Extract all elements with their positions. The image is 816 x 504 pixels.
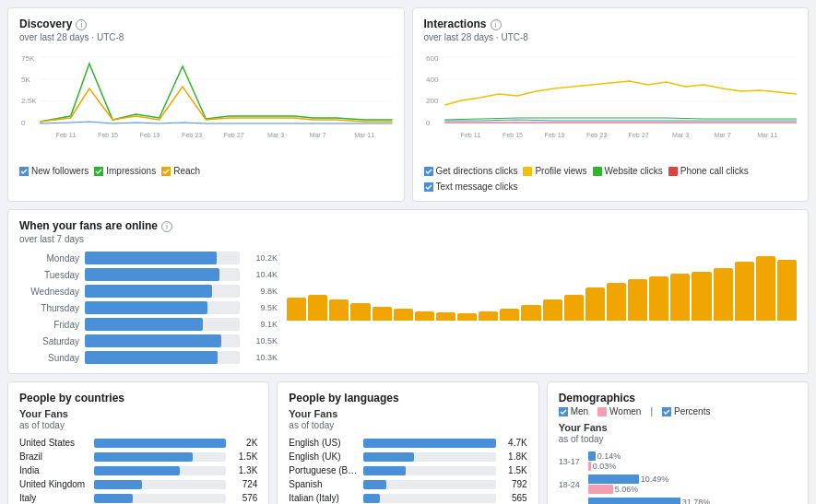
country-bar-row: India 1.3K xyxy=(19,465,257,475)
country-bar-wrap xyxy=(94,439,226,448)
day-bar-container xyxy=(85,252,240,264)
demo-men-bar xyxy=(588,451,596,461)
svg-text:0: 0 xyxy=(21,119,26,127)
day-row: Sunday 10.3K xyxy=(19,351,278,364)
svg-text:Feb 15: Feb 15 xyxy=(98,132,118,138)
men-checkbox[interactable] xyxy=(559,407,568,416)
reach-label: Reach xyxy=(173,166,200,176)
language-value: 1.8K xyxy=(502,451,527,462)
countries-bars: United States 2K Brazil 1.5K India 1.3K … xyxy=(19,438,257,503)
day-value: 9.8K xyxy=(245,287,278,296)
hour-bar xyxy=(714,268,733,321)
demo-men-pct: 0.14% xyxy=(597,451,621,461)
demo-women-bar xyxy=(588,462,591,471)
website-clicks-dot xyxy=(593,167,602,176)
svg-text:Feb 11: Feb 11 xyxy=(56,132,77,138)
hour-bar xyxy=(415,311,434,321)
interactions-title: Interactions xyxy=(424,18,487,30)
hour-bar xyxy=(628,279,647,321)
day-value: 10.4K xyxy=(245,270,278,279)
demo-men-legend: Men xyxy=(559,406,588,416)
country-bar-fill xyxy=(94,466,180,475)
languages-bars: English (US) 4.7K English (UK) 1.8K Port… xyxy=(289,438,526,503)
country-bar-row: United Kingdom 724 xyxy=(19,479,257,489)
language-value: 1.5K xyxy=(502,465,527,475)
fans-online-content: Monday 10.2K Tuesday 10.4K Wednesday 9.8… xyxy=(19,252,797,364)
svg-text:Feb 27: Feb 27 xyxy=(628,132,648,138)
svg-text:Feb 19: Feb 19 xyxy=(544,132,564,138)
country-bar-wrap xyxy=(94,466,226,475)
text-message-checkbox[interactable] xyxy=(424,182,433,192)
countries-section: Your Fans xyxy=(19,408,257,419)
countries-card: People by countries Your Fans as of toda… xyxy=(7,381,269,504)
language-bar-row: Italian (Italy) 565 xyxy=(289,493,526,503)
day-bar-container xyxy=(85,301,240,314)
countries-title: People by countries xyxy=(19,392,257,404)
fans-online-subtitle: over last 7 days xyxy=(19,234,797,244)
day-bar-container xyxy=(85,334,240,347)
language-name: Spanish xyxy=(289,479,358,489)
women-dot xyxy=(597,407,607,416)
legend-new-followers: New followers xyxy=(19,166,89,176)
day-bar-container xyxy=(85,318,240,331)
language-bar-fill xyxy=(363,494,379,503)
fans-online-title: When your fans are online xyxy=(19,219,158,232)
percents-label: Percents xyxy=(674,406,710,416)
language-value: 792 xyxy=(502,479,527,489)
language-bar-wrap xyxy=(363,480,495,489)
day-label: Thursday xyxy=(19,303,79,313)
text-message-label: Text message clicks xyxy=(436,182,518,192)
demo-bars-container: 0.14% 0.03% xyxy=(588,451,797,471)
language-bar-wrap xyxy=(363,494,495,503)
hour-bar xyxy=(777,260,797,321)
country-value: 2K xyxy=(231,438,257,448)
interactions-info-icon[interactable]: i xyxy=(491,19,502,30)
country-value: 724 xyxy=(231,479,257,489)
svg-text:Feb 15: Feb 15 xyxy=(503,132,523,138)
hour-chart-area xyxy=(287,252,797,364)
hour-bar xyxy=(735,262,754,321)
languages-section: Your Fans xyxy=(289,408,526,419)
country-value: 1.5K xyxy=(231,451,257,462)
country-name: India xyxy=(19,465,89,475)
profile-views-label: Profile views xyxy=(535,166,586,176)
day-bar-fill xyxy=(85,285,212,298)
hour-bar xyxy=(543,299,562,321)
svg-text:Feb 27: Feb 27 xyxy=(224,132,244,138)
demo-men-pct: 31.78% xyxy=(682,498,711,504)
interactions-subtitle: over last 28 days · UTC-8 xyxy=(424,32,798,42)
hour-bar xyxy=(649,276,668,321)
day-label: Monday xyxy=(19,253,79,264)
country-bar-fill xyxy=(94,439,226,448)
discovery-title: Discovery xyxy=(19,18,72,30)
day-value: 10.2K xyxy=(245,253,278,263)
svg-text:75K: 75K xyxy=(21,54,35,63)
country-bar-wrap xyxy=(94,494,226,503)
interactions-card: Interactions i over last 28 days · UTC-8… xyxy=(412,7,810,202)
demo-bars-container: 10.49% 5.06% xyxy=(588,475,797,494)
hour-bar xyxy=(585,287,605,321)
new-followers-checkbox[interactable] xyxy=(19,167,29,176)
fans-online-info-icon[interactable]: i xyxy=(161,221,172,232)
day-bar-container xyxy=(85,285,240,298)
language-name: Portuguese (Brazil) xyxy=(289,465,358,475)
svg-text:2.5K: 2.5K xyxy=(21,97,37,105)
day-row: Friday 9.1K xyxy=(19,318,278,331)
languages-card: People by languages Your Fans as of toda… xyxy=(277,381,538,504)
reach-checkbox[interactable] xyxy=(161,167,171,176)
impressions-checkbox[interactable] xyxy=(94,167,103,176)
day-value: 10.5K xyxy=(245,336,278,346)
language-bar-wrap xyxy=(363,452,495,462)
get-directions-checkbox[interactable] xyxy=(424,167,433,176)
day-row: Tuesday 10.4K xyxy=(19,268,278,281)
svg-text:Feb 19: Feb 19 xyxy=(140,132,160,138)
percents-checkbox[interactable] xyxy=(662,407,671,416)
language-bar-row: Spanish 792 xyxy=(289,479,526,489)
svg-text:Mar 3: Mar 3 xyxy=(267,132,284,138)
language-name: English (US) xyxy=(289,438,358,448)
discovery-legend: New followers Impressions Reach xyxy=(19,166,393,176)
svg-text:Mar 11: Mar 11 xyxy=(757,132,777,138)
discovery-info-icon[interactable]: i xyxy=(76,19,87,30)
fans-online-card: When your fans are online i over last 7 … xyxy=(7,209,809,374)
legend-text-message: Text message clicks xyxy=(424,182,518,192)
